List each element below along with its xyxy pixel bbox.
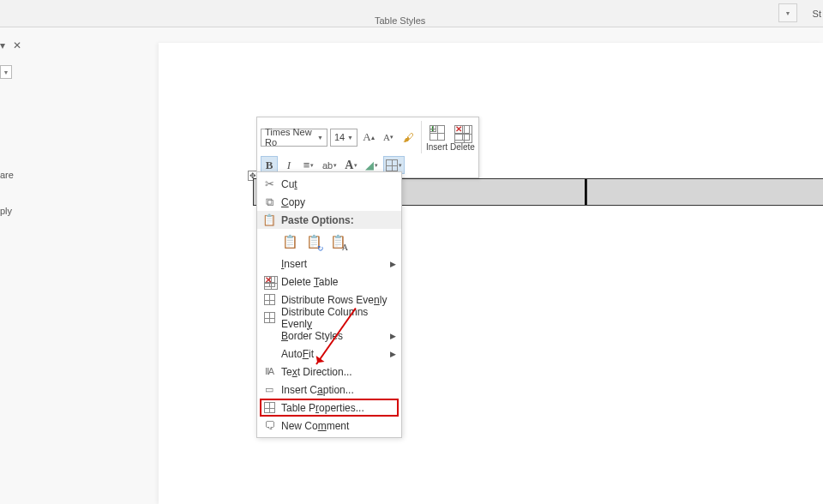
delete-table-menu-item[interactable]: ✕ Delete Table [257,273,401,291]
grow-font-button[interactable]: A▴ [360,129,377,147]
comment-icon: 🗨 [261,419,278,432]
insert-menu-item[interactable]: Insert ▶ [257,255,401,273]
shrink-font-button[interactable]: A▾ [380,129,397,147]
chevron-down-icon: ▼ [317,135,323,141]
chevron-down-icon: ▾ [0,39,5,51]
caption-icon: ▭ [261,384,278,395]
paste-options-header: 📋 Paste Options: [257,211,401,229]
sidebar-dropdown[interactable]: ▼ [0,65,12,79]
new-comment-menu-item[interactable]: 🗨 New Comment [257,417,401,435]
paste-text-only-icon[interactable]: 📋A [329,232,346,251]
clipboard-icon: 📋 [261,213,278,226]
separator [421,121,422,153]
font-name-value: Times New Ro [265,127,317,147]
chevron-down-icon: ▼ [347,135,353,141]
sidebar-text-fragment: are [0,170,14,180]
table-cell[interactable] [586,179,823,205]
format-painter-button[interactable]: 🖌 [399,129,417,147]
ribbon-group-label: Table Styles [375,15,425,26]
insert-caption-menu-item[interactable]: ▭ Insert Caption... [257,381,401,399]
close-icon[interactable]: ✕ [13,39,21,51]
sidebar-text-fragment: ply [0,206,12,216]
borders-icon [386,159,398,171]
text-direction-menu-item[interactable]: ⅡA Text Direction... [257,363,401,381]
distribute-cols-menu-item[interactable]: Distribute Columns Evenly [257,309,401,327]
border-styles-menu-item[interactable]: Border Styles ▶ [257,327,401,345]
ribbon-expand-button[interactable]: ▼ [778,3,797,22]
delete-label: Delete [450,142,475,152]
table-properties-menu-item[interactable]: Table Properties... [257,399,401,417]
submenu-arrow-icon: ▶ [390,260,396,268]
distribute-cols-icon [261,312,278,323]
delete-split-button[interactable]: ✕ Delete [450,123,475,152]
submenu-arrow-icon: ▶ [390,350,396,358]
cut-menu-item[interactable]: ✂ Cut [257,175,401,193]
copy-icon: ⧉ [261,195,278,209]
distribute-rows-icon [261,294,278,305]
insert-split-button[interactable]: + Insert [426,123,448,152]
font-size-combo[interactable]: 14 ▼ [330,129,357,147]
font-name-combo[interactable]: Times New Ro ▼ [261,129,327,147]
paste-keep-formatting-icon[interactable]: 📋 [281,232,298,251]
paste-options-label: Paste Options: [278,214,396,226]
table-delete-icon: ✕ [261,276,278,287]
text-direction-icon: ⅡA [261,366,278,377]
insert-label: Insert [426,142,448,152]
mini-toolbar: Times New Ro ▼ 14 ▼ A▴ A▾ 🖌 + Insert ✕ D… [256,117,479,178]
table-properties-icon [261,402,278,413]
table-insert-icon: + [430,125,445,141]
paste-merge-formatting-icon[interactable]: 📋↻ [305,232,322,251]
ribbon-bar: Table Styles ▼ St [0,0,823,27]
ribbon-truncated-text: St [813,9,821,19]
copy-menu-item[interactable]: ⧉ Copy [257,193,401,211]
font-size-value: 14 [334,132,345,142]
sidebar-close[interactable]: ▾ ✕ [0,39,27,51]
submenu-arrow-icon: ▶ [390,332,396,340]
context-menu: ✂ Cut ⧉ Copy 📋 Paste Options: 📋 📋↻ 📋A In… [256,171,402,438]
paste-options-row: 📋 📋↻ 📋A [257,229,401,255]
scissors-icon: ✂ [261,177,278,190]
table-delete-icon: ✕ [454,125,470,141]
